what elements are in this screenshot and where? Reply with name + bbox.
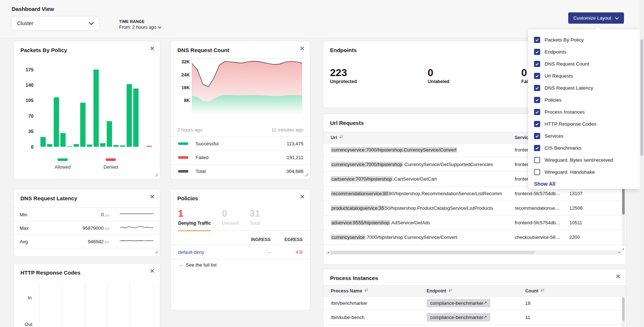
service-cell: recommendationse… (515, 205, 569, 211)
checkbox-checked-icon (534, 73, 540, 79)
column-header-endpoint[interactable]: Endpoint (427, 288, 525, 293)
url-highlight: productcatalogservice:35 (331, 205, 385, 211)
page-scrollbar[interactable] (640, 0, 644, 327)
column-header-url[interactable]: Url (331, 135, 515, 140)
endpoint-stat-unlabeled: 0Unlabeled (428, 67, 449, 84)
svg-text:105: 105 (25, 98, 34, 103)
stat-value: 0 (222, 208, 239, 218)
resize-handle-icon[interactable] (305, 172, 309, 178)
checkbox-unchecked-icon (534, 169, 540, 175)
close-icon[interactable]: ✕ (616, 273, 621, 280)
table-row: adservice:9555/hipstershop.AdService/Get… (323, 216, 626, 230)
panel-packets-by-policy: Packets By Policy ✕ 03570105140175 Allow… (13, 41, 160, 180)
customize-layout-dropdown: Packets By PolicyEndpointsDNS Request Co… (528, 29, 640, 189)
dropdown-item-url-requests[interactable]: Url Requests (534, 70, 640, 82)
legend-denied: Denied (89, 156, 133, 170)
close-icon[interactable]: ✕ (150, 194, 155, 200)
dropdown-item-label: Process Instances (545, 109, 585, 115)
resize-handle-icon[interactable] (155, 172, 158, 178)
scrollbar-thumb[interactable] (622, 186, 625, 214)
scrollbar-thumb[interactable] (331, 251, 535, 254)
checkbox-checked-icon (534, 37, 540, 43)
dns-legend-row-failed: Failed191,211 (171, 150, 310, 164)
dropdown-item-dns-request-count[interactable]: DNS Request Count (534, 58, 640, 70)
count-cell: 11 (525, 315, 626, 320)
panel-title: Endpoints (330, 47, 357, 53)
column-header-process-name[interactable]: Process Name (331, 288, 427, 293)
process-name-cell: /bin/kube-bench (331, 315, 427, 320)
dropdown-item-http-response-codes[interactable]: HTTP Response Codes (534, 118, 640, 130)
http-codes-chart: InOut (14, 280, 155, 327)
svg-text:32K: 32K (181, 59, 190, 64)
horizontal-scrollbar[interactable]: ◄ ► (326, 250, 622, 255)
close-icon[interactable]: ✕ (300, 46, 305, 52)
stat-label: Unprotected (330, 79, 357, 84)
checkbox-checked-icon (534, 145, 540, 151)
stat-label: Total (250, 221, 260, 226)
scroll-left-icon[interactable]: ◄ (326, 251, 331, 254)
view-selector[interactable]: Cluster (11, 16, 100, 31)
dns-legend-row-successful: Successful113,475 (171, 137, 310, 150)
policies-tab-denying-traffic[interactable]: 1Denying Traffic (178, 208, 211, 231)
dns-legend-row-total: Total304,686 (171, 164, 310, 178)
scrollbar-thumb[interactable] (640, 39, 643, 156)
gridline (39, 283, 40, 327)
dropdown-item-services[interactable]: Services (534, 130, 640, 142)
url-rest: :7000/hipstershop.CurrencyService/Conver… (365, 235, 457, 240)
vertical-scrollbar[interactable] (622, 297, 625, 327)
endpoint-cell: compliance-benchmarker-* (427, 299, 525, 307)
failed-swatch (178, 156, 188, 159)
close-icon[interactable]: ✕ (150, 268, 155, 274)
table-row: default-deny–4 B (171, 245, 310, 259)
arrow-right-icon: → (178, 262, 183, 268)
time-range-value[interactable]: From: 2 hours ago (119, 25, 161, 30)
gridline (107, 283, 108, 327)
close-icon[interactable]: ✕ (300, 194, 305, 200)
latency-label: Max (20, 225, 55, 231)
legend-value: 191,211 (287, 155, 303, 160)
policies-tab-unused[interactable]: 0Unused (222, 208, 239, 230)
show-all-link[interactable]: Show All (534, 181, 555, 187)
latency-unit: µs (105, 240, 109, 244)
panel-title: DNS Request Count (177, 47, 229, 53)
table-row: benchmarkercompliance-benchmarker-*9 (323, 324, 626, 327)
dropdown-item-packets-by-policy[interactable]: Packets By Policy (534, 34, 640, 46)
dropdown-item-wireguard-bytes-sent-received[interactable]: Wireguard. Bytes sent/received (534, 154, 640, 166)
policies-tab-total[interactable]: 31Total (250, 208, 260, 230)
policy-name-link[interactable]: default-deny (178, 249, 236, 255)
policies-stats: 1Denying Traffic0Unused31Total (178, 208, 310, 231)
resize-handle-icon[interactable] (155, 249, 158, 255)
dropdown-item-policies[interactable]: Policies (534, 94, 640, 106)
view-selector-value: Cluster (17, 20, 33, 26)
gridline (62, 283, 62, 327)
see-full-list-link[interactable]: → See the full list (178, 262, 217, 268)
scrollbar-thumb[interactable] (622, 298, 625, 321)
dropdown-item-label: Services (545, 133, 564, 139)
scroll-down-icon[interactable]: ▼ (622, 248, 625, 251)
dropdown-items: Packets By PolicyEndpointsDNS Request Co… (534, 34, 640, 178)
dropdown-item-endpoints[interactable]: Endpoints (534, 46, 640, 58)
dropdown-item-cis-benchmarks[interactable]: CIS Benchmarks (534, 142, 640, 154)
dropdown-item-wireguard-handshake[interactable]: Wireguard. Handshake (534, 166, 640, 178)
divider (171, 231, 310, 231)
dropdown-item-process-instances[interactable]: Process Instances (534, 106, 640, 118)
x-label-left: 2 hours ago (177, 127, 203, 133)
close-icon[interactable]: ✕ (150, 46, 155, 52)
table-row: /bin/benchmarkercompliance-benchmarker-*… (323, 296, 626, 310)
column-header-egress: EGRESS (271, 237, 303, 242)
scroll-right-icon[interactable]: ► (617, 251, 622, 254)
page-title: Dashboard View (12, 6, 54, 12)
checkbox-checked-icon (534, 49, 540, 55)
url-rest: .CurrencyService/GetSupportedCurrencies (403, 162, 493, 167)
dropdown-item-dns-request-latency[interactable]: DNS Request Latency (534, 82, 640, 94)
stat-value: 0 (428, 67, 449, 78)
url-rest: .AdService/GetAds (390, 220, 430, 225)
chevron-down-icon (615, 15, 619, 21)
panel-policies: Policies ✕ 1Denying Traffic0Unused31Tota… (170, 189, 310, 310)
url-cell: currencyservice:7000/hipstershop.Currenc… (331, 147, 515, 153)
sort-icon (541, 288, 545, 293)
column-header-count[interactable]: Count (525, 288, 626, 293)
process-name-cell: /bin/benchmarker (331, 300, 427, 306)
customize-layout-button[interactable]: Customize Layout (568, 12, 624, 24)
checkbox-checked-icon (534, 97, 540, 103)
